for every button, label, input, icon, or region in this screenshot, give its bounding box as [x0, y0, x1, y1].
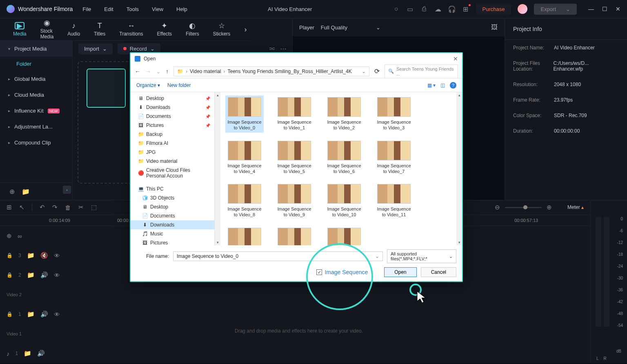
file-item[interactable]: Image Sequence to Video_14 [325, 226, 363, 245]
file-item[interactable]: Image Sequence to Video_0 [225, 95, 264, 133]
eye-icon[interactable]: 👁 [54, 311, 60, 318]
grid-icon[interactable]: ⊞ [7, 204, 12, 211]
tree-item[interactable]: 📁Backup [131, 130, 214, 139]
files-scrollbar[interactable]: ▴▾ [456, 92, 462, 245]
menu-view[interactable]: View [152, 6, 163, 12]
link-icon[interactable]: ∞ [18, 233, 22, 240]
monitor-icon[interactable]: ▭ [407, 5, 414, 13]
sidebar-item-project-media[interactable]: ▾Project Media [0, 41, 72, 57]
filter-icon[interactable]: ⫗ [269, 45, 275, 52]
file-item[interactable]: Image Sequence to Video_10 [325, 182, 363, 220]
nav-up-button[interactable]: ↑ [166, 68, 169, 75]
cloud-icon[interactable]: ☁ [434, 5, 442, 13]
folder-icon[interactable]: 📁 [27, 252, 35, 259]
tab-transitions[interactable]: ↔Transitions [119, 22, 143, 37]
lock-icon[interactable]: 🔒 [7, 311, 13, 317]
menu-file[interactable]: File [82, 6, 91, 12]
tab-stickers[interactable]: ☆Stickers [213, 22, 231, 37]
folder-icon[interactable]: 📁 [27, 311, 35, 318]
file-item[interactable]: Image Sequence to Video_2 [325, 95, 363, 133]
redo-icon[interactable]: ↷ [52, 204, 58, 211]
filetype-dropdown[interactable]: All supported files(*.MP4;*.FLV;*⌄ [387, 249, 456, 263]
folder-icon[interactable]: 📁 [27, 271, 35, 279]
track-audio-1[interactable]: ♪1📁🔊 [0, 344, 590, 363]
sidebar-item-global-media[interactable]: ▸Global Media [0, 71, 72, 87]
minimize-button[interactable]: — [588, 6, 594, 12]
eye-icon[interactable]: 👁 [54, 272, 60, 279]
view-mode-button[interactable]: ▦ ▾ [427, 82, 436, 88]
dialog-close-button[interactable]: ✕ [453, 55, 458, 62]
volume-icon[interactable]: 🔊 [40, 271, 48, 279]
tab-filters[interactable]: ◐Filters [186, 22, 199, 37]
zoom-in-icon[interactable]: ⊕ [547, 204, 552, 211]
purchase-button[interactable]: Purchase [476, 4, 511, 15]
snapshot-icon[interactable]: 🖼 [491, 24, 498, 31]
tree-item[interactable]: 📁Filmora AI [131, 139, 214, 148]
file-item[interactable]: Image Sequence to Video_4 [225, 139, 264, 176]
tree-item[interactable]: 📁Video material [131, 157, 214, 166]
sidebar-item-influence-kit[interactable]: ▸Influence KitNEW [0, 103, 72, 119]
sidebar-item-adjustment-layer[interactable]: ▸Adjustment La... [0, 119, 72, 135]
tree-item[interactable]: 🎵Music [131, 229, 214, 238]
preview-pane-button[interactable]: ◫ [440, 82, 445, 88]
organize-button[interactable]: Organize ▾ [136, 82, 160, 88]
track-video-1[interactable]: 🔒1📁🔊👁 [0, 304, 590, 324]
delete-icon[interactable]: 🗑 [65, 204, 71, 211]
volume-icon[interactable]: 🔊 [40, 311, 48, 318]
breadcrumb-segment[interactable]: Teens Young Friends Smiling_By_Ross_Hill… [228, 69, 352, 74]
tree-item[interactable]: 🖼Pictures [131, 238, 214, 245]
lock-icon[interactable]: 🔒 [7, 253, 13, 258]
file-item[interactable]: Image Sequence to Video_6 [325, 139, 363, 176]
tree-item[interactable]: 🖥Desktop [131, 202, 214, 211]
file-item[interactable]: Image Sequence to Video_5 [275, 139, 314, 176]
file-item[interactable]: Image Sequence to Video_3 [375, 95, 413, 133]
tree-scrollbar[interactable]: ▴▾ [215, 92, 220, 245]
mute-icon[interactable]: 🔇 [40, 252, 48, 259]
tree-item[interactable]: 🖼Pictures📌 [131, 121, 214, 130]
folder-tree[interactable]: 🖥Desktop📌⬇Downloads📌📄Documents📌🖼Pictures… [131, 92, 215, 245]
file-item[interactable]: Image Sequence to Video_7 [375, 139, 413, 176]
tree-item[interactable]: ⬇Downloads [131, 220, 214, 229]
chevron-down-icon[interactable]: ⌄ [362, 69, 366, 74]
export-button[interactable]: Export⌄ [534, 4, 577, 15]
tree-item[interactable]: 🔴Creative Cloud Files Personal Accoun [131, 166, 214, 180]
tree-item[interactable]: ⬇Downloads📌 [131, 103, 214, 112]
add-track-icon[interactable]: ⊕ [7, 232, 12, 240]
user-avatar[interactable] [518, 4, 527, 14]
zoom-out-icon[interactable]: ⊖ [495, 204, 500, 211]
tab-audio[interactable]: ♪Audio [67, 22, 80, 37]
tab-titles[interactable]: TTitles [94, 22, 105, 37]
tree-item[interactable]: 📄Documents📌 [131, 112, 214, 121]
nav-forward-button[interactable]: → [145, 68, 151, 75]
maximize-button[interactable]: ☐ [602, 6, 607, 12]
volume-icon[interactable]: 🔊 [37, 350, 45, 357]
breadcrumb-segment[interactable]: Video material [190, 69, 221, 74]
headphones-icon[interactable]: 🎧 [448, 5, 456, 13]
search-input[interactable]: 🔍Search Teens Young Friends ... [385, 64, 458, 78]
refresh-button[interactable]: ⟳ [374, 67, 380, 75]
menu-help[interactable]: Help [176, 6, 187, 12]
tree-item[interactable]: 💻This PC [131, 184, 214, 193]
file-item[interactable]: Image Sequence to Video_12 [225, 226, 264, 245]
save-icon[interactable]: ⎙ [420, 5, 428, 13]
file-item[interactable]: Image Sequence to Video_13 [275, 226, 314, 245]
tree-item[interactable]: 📄Documents [131, 211, 214, 220]
file-item[interactable]: Image Sequence to Video_9 [275, 182, 314, 220]
nav-back-button[interactable]: ← [135, 68, 140, 75]
help-button[interactable]: ? [450, 82, 456, 89]
player-quality-dropdown[interactable]: Full Quality⌄ [321, 24, 380, 31]
more-icon[interactable]: ⋯ [280, 45, 287, 53]
eye-icon[interactable]: 👁 [54, 252, 60, 259]
tab-media[interactable]: ▶Media [13, 22, 27, 37]
cancel-button[interactable]: Cancel [421, 267, 456, 277]
add-folder-icon[interactable]: ⊕ [8, 188, 16, 195]
crop-icon[interactable]: ⬚ [91, 204, 97, 211]
new-folder-button[interactable]: New folder [167, 82, 191, 88]
folder-icon[interactable]: 📁 [24, 350, 31, 357]
tree-item[interactable]: 📁JPG [131, 148, 214, 157]
file-item[interactable]: Image Sequence to Video_1 [275, 95, 314, 133]
tree-item[interactable]: 🧊3D Objects [131, 193, 214, 202]
close-button[interactable]: ✕ [616, 6, 620, 12]
cursor-icon[interactable]: ↖ [19, 204, 24, 211]
undo-icon[interactable]: ↶ [40, 204, 45, 211]
